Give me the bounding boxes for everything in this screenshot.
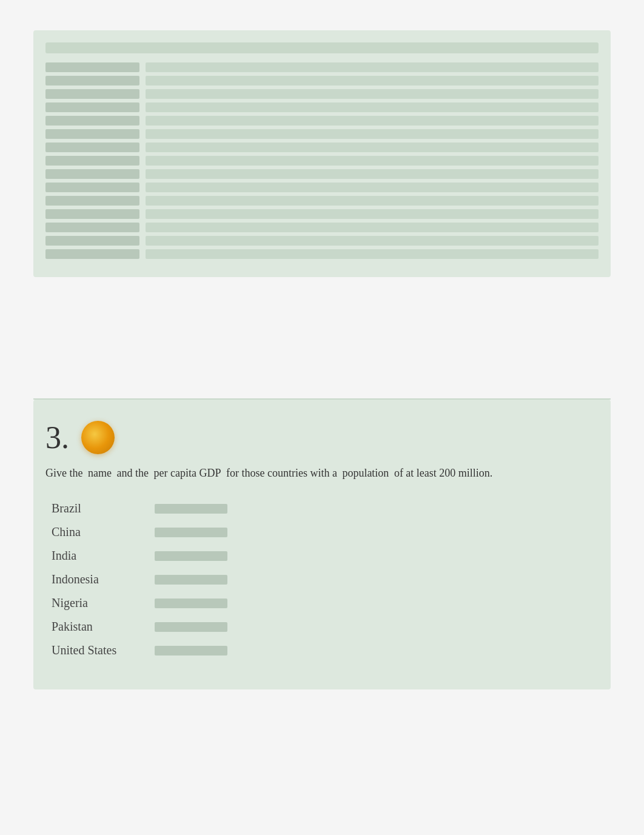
question-number: 3. bbox=[45, 422, 69, 454]
row-bar bbox=[146, 223, 599, 232]
row-bar bbox=[146, 89, 599, 99]
card-row bbox=[45, 76, 599, 86]
card-row bbox=[45, 102, 599, 112]
country-name-indonesia: Indonesia bbox=[52, 572, 149, 586]
list-item: Pakistan bbox=[45, 615, 599, 639]
row-label bbox=[45, 62, 139, 72]
list-item: Nigeria bbox=[45, 591, 599, 615]
question-3-card: 3. Give the name and the per capita GDP … bbox=[33, 400, 611, 689]
country-name-india: India bbox=[52, 549, 149, 563]
row-bar bbox=[146, 169, 599, 179]
question-header: 3. bbox=[45, 412, 599, 460]
card-rows bbox=[45, 62, 599, 259]
row-label bbox=[45, 183, 139, 192]
row-label bbox=[45, 196, 139, 206]
country-name-united-states: United States bbox=[52, 643, 149, 657]
card-row bbox=[45, 209, 599, 219]
answer-bar-nigeria bbox=[155, 599, 227, 608]
row-label bbox=[45, 223, 139, 232]
row-bar bbox=[146, 76, 599, 86]
question-text-and-the: and the bbox=[114, 465, 149, 481]
row-bar bbox=[146, 196, 599, 206]
card-row bbox=[45, 183, 599, 192]
row-label bbox=[45, 129, 139, 139]
card-row bbox=[45, 249, 599, 259]
row-label bbox=[45, 236, 139, 246]
answer-bar-india bbox=[155, 551, 227, 561]
country-name-brazil: Brazil bbox=[52, 501, 149, 515]
row-bar bbox=[146, 183, 599, 192]
card-row bbox=[45, 169, 599, 179]
question-text-gdp: per capita GDP bbox=[151, 465, 221, 481]
card-row bbox=[45, 223, 599, 232]
row-bar bbox=[146, 143, 599, 152]
page: 3. Give the name and the per capita GDP … bbox=[0, 30, 644, 835]
row-bar bbox=[146, 129, 599, 139]
row-label bbox=[45, 209, 139, 219]
row-label bbox=[45, 143, 139, 152]
answer-bar-united-states bbox=[155, 646, 227, 656]
list-item: Brazil bbox=[45, 497, 599, 520]
question-text-of: of at least 200 million. bbox=[391, 465, 492, 481]
card-row bbox=[45, 129, 599, 139]
list-item: China bbox=[45, 520, 599, 544]
row-label bbox=[45, 89, 139, 99]
answer-bar-indonesia bbox=[155, 575, 227, 585]
row-label bbox=[45, 116, 139, 126]
list-item: United States bbox=[45, 639, 599, 662]
sun-icon bbox=[81, 421, 115, 454]
question-text: Give the name and the per capita GDP for… bbox=[45, 465, 599, 481]
answer-bar-china bbox=[155, 528, 227, 537]
row-bar bbox=[146, 156, 599, 166]
card-top-bar bbox=[45, 42, 599, 53]
list-item: Indonesia bbox=[45, 568, 599, 591]
bottom-spacer bbox=[0, 720, 644, 835]
card-row bbox=[45, 196, 599, 206]
row-label bbox=[45, 169, 139, 179]
row-label bbox=[45, 102, 139, 112]
row-bar bbox=[146, 236, 599, 246]
list-item: India bbox=[45, 544, 599, 568]
card-row bbox=[45, 156, 599, 166]
card-row bbox=[45, 62, 599, 72]
row-label bbox=[45, 76, 139, 86]
spacer bbox=[0, 277, 644, 398]
row-bar bbox=[146, 116, 599, 126]
question-text-for: for those countries with a bbox=[223, 465, 337, 481]
row-bar bbox=[146, 102, 599, 112]
row-label bbox=[45, 249, 139, 259]
row-bar bbox=[146, 62, 599, 72]
country-name-china: China bbox=[52, 525, 149, 539]
card-row bbox=[45, 236, 599, 246]
question-text-name: name bbox=[85, 465, 111, 481]
card-1 bbox=[33, 30, 611, 277]
row-label bbox=[45, 156, 139, 166]
country-name-pakistan: Pakistan bbox=[52, 620, 149, 634]
answer-bar-brazil bbox=[155, 504, 227, 514]
country-name-nigeria: Nigeria bbox=[52, 596, 149, 610]
card-row bbox=[45, 89, 599, 99]
answer-bar-pakistan bbox=[155, 622, 227, 632]
row-bar bbox=[146, 209, 599, 219]
card-row bbox=[45, 143, 599, 152]
card-row bbox=[45, 116, 599, 126]
row-bar bbox=[146, 249, 599, 259]
question-text-population: population bbox=[340, 465, 389, 481]
answer-list: Brazil China India Indonesia Nigeria Pak… bbox=[45, 494, 599, 665]
question-text-give: Give the bbox=[45, 465, 82, 481]
